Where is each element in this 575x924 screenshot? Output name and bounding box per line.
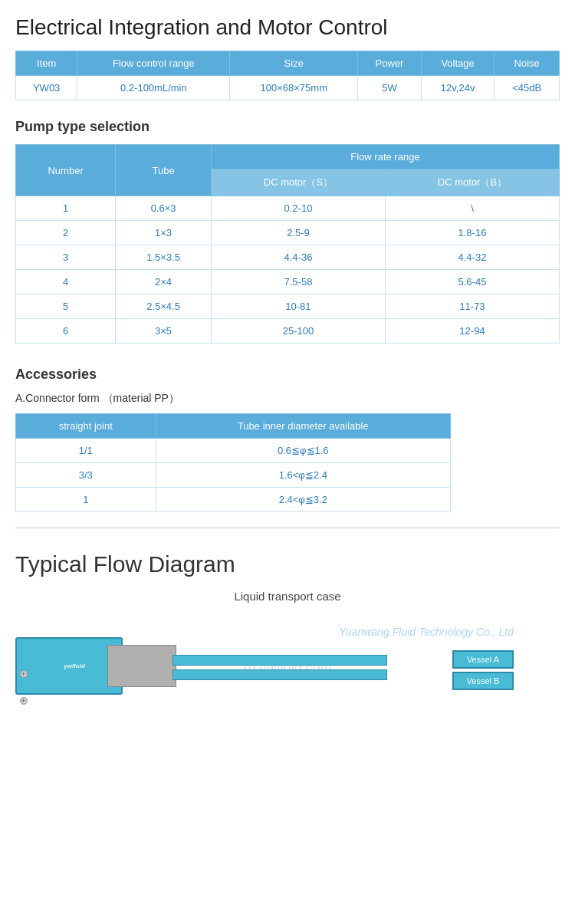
section2-title: Pump type selection [15,119,560,135]
cell-noise: <45dB [495,76,560,100]
flow-diagram-section: Typical Flow Diagram Liquid transport ca… [15,544,560,725]
cell-tube: 2×4 [116,270,212,294]
cell-dc-s: 7.5-58 [211,270,385,294]
cell-flow-control: 0.2-100mL/min [77,76,230,100]
col-header-flow-control: Flow control range [77,51,230,76]
pump-logo: ywfluid [64,663,85,669]
cell-num: 1 [16,196,116,221]
cell-dc-b: 11-73 [385,294,559,319]
tube-bottom [172,669,387,680]
table-row: 1 0.6×3 0.2-10 \ [16,196,560,221]
col-dc-motor-s: DC motor（S） [211,169,385,196]
pump-type-table: Number Tube Flow rate range DC motor（S） … [15,144,560,344]
table-row: 4 2×4 7.5-58 5.6-45 [16,270,560,294]
accessories-section: Accessories A.Connector form （material P… [15,367,560,512]
pump-header-row1: Number Tube Flow rate range [16,145,560,169]
table-row: 3 1.5×3.5 4.4-36 4.4-32 [16,245,560,270]
cell-diameter: 2.4<φ≦3.2 [156,488,450,512]
connector-subtitle: A.Connector form （material PP） [15,392,560,406]
table-row: 3/3 1.6<φ≦2.4 [16,463,451,488]
cell-item: YW03 [16,76,77,100]
cell-tube: 1.5×3.5 [116,245,212,270]
col-tube-inner-dia: Tube inner diameter available [156,414,450,439]
table-row: 5 2.5×4.5 10-81 11-73 [16,294,560,319]
section1-title: Electrical Integration and Motor Control [15,15,560,40]
col-dc-motor-b: DC motor（B） [385,169,559,196]
cell-size: 100×68×75mm [230,76,358,100]
cell-dc-b: 4.4-32 [385,245,559,270]
cell-tube: 3×5 [116,319,212,344]
cell-tube: 2.5×4.5 [116,294,212,319]
vessel-a: Vessel A [452,650,514,669]
table-row: 1 2.4<φ≦3.2 [16,488,451,512]
pump-screws [18,660,29,714]
cell-voltage: 12v,24v [421,76,495,100]
cell-power: 5W [358,76,422,100]
cell-dc-s: 0.2-10 [211,196,385,221]
cell-num: 3 [16,245,116,270]
pump-body: ywfluid [15,637,123,695]
cell-num: 2 [16,221,116,245]
electrical-table: Item Flow control range Size Power Volta… [15,51,560,100]
table-row: 2 1×3 2.5-9 1.8-16 [16,221,560,245]
col-header-item: Item [16,51,77,76]
tube-top [172,655,387,666]
vessel-b: Vessel B [452,672,514,690]
cell-dc-b: \ [385,196,559,221]
col-header-noise: Noise [495,51,560,76]
screw-bottom [20,697,28,705]
cell-tube: 0.6×3 [116,196,212,221]
col-header-power: Power [358,51,422,76]
col-tube: Tube [116,145,212,196]
table-row: 1/1 0.6≦φ≦1.6 [16,439,451,463]
cell-joint: 1 [16,488,156,512]
flow-diagram-title: Typical Flow Diagram [15,551,560,577]
col-number: Number [16,145,116,196]
cell-joint: 3/3 [16,463,156,488]
cell-dc-s: 2.5-9 [211,221,385,245]
table-row: 6 3×5 25-100 12-94 [16,319,560,344]
cell-dc-s: 4.4-36 [211,245,385,270]
connector-header-row: straight joint Tube inner diameter avail… [16,414,451,439]
cell-dc-b: 12-94 [385,319,559,344]
cell-num: 4 [16,270,116,294]
connector-table: straight joint Tube inner diameter avail… [15,413,451,512]
cell-dc-b: 5.6-45 [385,270,559,294]
pump-gray-box [107,645,176,687]
col-header-size: Size [230,51,358,76]
cell-joint: 1/1 [16,439,156,463]
col-straight-joint: straight joint [16,414,156,439]
flow-diagram-visual: ywfluid Vessel A Vessel B Yuanwang Fluid… [15,618,560,718]
cell-dc-b: 1.8-16 [385,221,559,245]
flow-diagram-subtitle: Liquid transport case [15,590,560,603]
cell-dc-s: 10-81 [211,294,385,319]
cell-dc-s: 25-100 [211,319,385,344]
cell-diameter: 1.6<φ≦2.4 [156,463,450,488]
cell-num: 6 [16,319,116,344]
accessories-title: Accessories [15,367,560,383]
col-flow-rate-range: Flow rate range [211,145,559,169]
col-header-voltage: Voltage [421,51,495,76]
cell-tube: 1×3 [116,221,212,245]
table-row: YW03 0.2-100mL/min 100×68×75mm 5W 12v,24… [16,76,560,100]
screw-top [20,670,28,678]
cell-diameter: 0.6≦φ≦1.6 [156,439,450,463]
company-watermark: Yuanwang Fluid Technology Co., Ltd [339,626,514,638]
section-divider [15,528,560,528]
cell-num: 5 [16,294,116,319]
